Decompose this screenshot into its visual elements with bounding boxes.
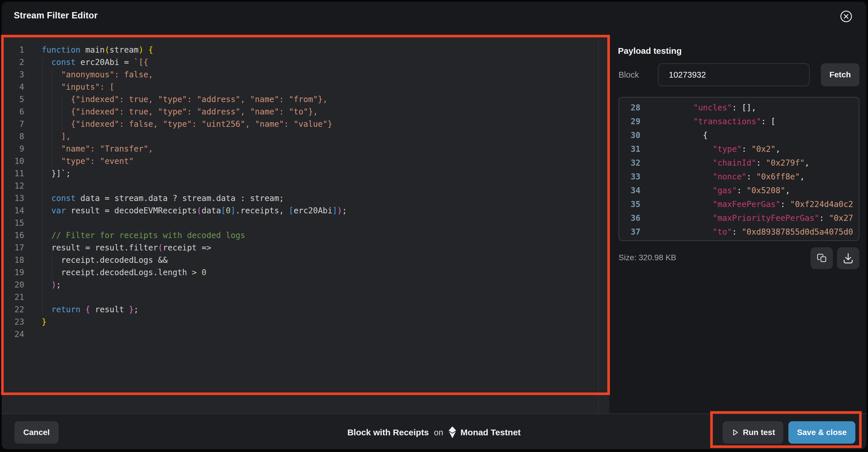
code-line: 19 receipt.decodedLogs.length > 0 (2, 266, 598, 279)
code-line: 8 ], (2, 130, 598, 143)
copy-payload-button[interactable] (810, 247, 833, 269)
code-line: 3 "anonymous": false, (2, 68, 598, 81)
block-number-input[interactable] (658, 63, 810, 86)
cancel-button[interactable]: Cancel (14, 421, 59, 444)
code-line: 28 "uncles": [], (619, 101, 859, 115)
code-line: 33 "nonce": "0x6ff8e", (619, 170, 859, 184)
code-line: 35 "maxFeePerGas": "0xf224d4a0c2 (619, 198, 859, 211)
code-line: 17 result = result.filter(receipt => (2, 242, 598, 254)
code-line: 18 receipt.decodedLogs && (2, 254, 598, 266)
payload-json-viewer[interactable]: 28 "uncles": [],29 "transactions": [30 {… (619, 97, 859, 241)
code-line: 24 (2, 328, 598, 340)
code-line: 23} (2, 316, 598, 328)
code-line: 37 "to": "0xd89387855d0d5a4075d0 (619, 225, 859, 239)
code-line: 31 "type": "0x2", (619, 142, 859, 156)
run-test-label: Run test (743, 428, 775, 437)
stream-filter-editor-dialog: Stream Filter Editor 1function main(stre… (0, 0, 868, 452)
code-line: 32 "chainId": "0x279f", (619, 156, 859, 170)
code-line: 21 (2, 291, 598, 303)
download-icon (837, 247, 859, 269)
code-line: 13 const data = stream.data ? stream.dat… (2, 192, 598, 205)
code-editor[interactable]: 1function main(stream) {2 const erc20Abi… (2, 44, 598, 340)
payload-size-text: Size: 320.98 KB (619, 253, 676, 262)
code-line: 16 // Filter for receipts with decoded l… (2, 229, 598, 242)
page-title: Stream Filter Editor (14, 10, 98, 21)
code-line: 29 "transactions": [ (619, 115, 859, 128)
close-button[interactable] (838, 8, 855, 25)
run-test-button[interactable]: Run test (722, 421, 783, 444)
code-line: 9 "name": "Transfer", (2, 143, 598, 155)
save-and-close-button[interactable]: Save & close (788, 421, 855, 444)
code-line: 20 ); (2, 279, 598, 291)
play-icon (731, 428, 740, 437)
download-payload-button[interactable] (837, 247, 859, 269)
indent-guide (62, 93, 62, 130)
code-line: 11 }]`; (2, 167, 598, 180)
indent-guide (42, 56, 42, 316)
code-line: 36 "maxPriorityFeePerGas": "0x27 (619, 211, 859, 225)
code-line: 6 {"indexed": true, "type": "address", "… (2, 106, 598, 118)
code-line: 38 "value": "0x53fe232715440000 (619, 239, 859, 241)
close-icon (838, 8, 855, 25)
fetch-button[interactable]: Fetch (821, 63, 859, 86)
code-line: 14 var result = decodeEVMReceipts(data[0… (2, 205, 598, 217)
code-line: 15 (2, 217, 598, 229)
code-line: 22 return { result }; (2, 303, 598, 316)
copy-icon (810, 247, 833, 269)
payload-testing-heading: Payload testing (618, 46, 682, 56)
code-line: 5 {"indexed": true, "type": "address", "… (2, 93, 598, 106)
code-line: 10 "type": "event" (2, 155, 598, 167)
code-line: 1function main(stream) { (2, 44, 598, 56)
indent-guide (52, 254, 52, 279)
code-line: 34 "gas": "0x5208", (619, 184, 859, 198)
block-label: Block (619, 70, 639, 80)
code-line: 2 const erc20Abi = `[{ (2, 56, 598, 68)
code-line: 30 { (619, 128, 859, 142)
code-line: 4 "inputs": [ (2, 81, 598, 93)
payload-json-code: 28 "uncles": [],29 "transactions": [30 {… (619, 101, 859, 241)
code-line: 7 {"indexed": false, "type": "uint256", … (2, 118, 598, 130)
code-line: 12 (2, 180, 598, 192)
indent-guide (52, 68, 52, 167)
editor-scrollbar-track[interactable] (598, 35, 599, 414)
